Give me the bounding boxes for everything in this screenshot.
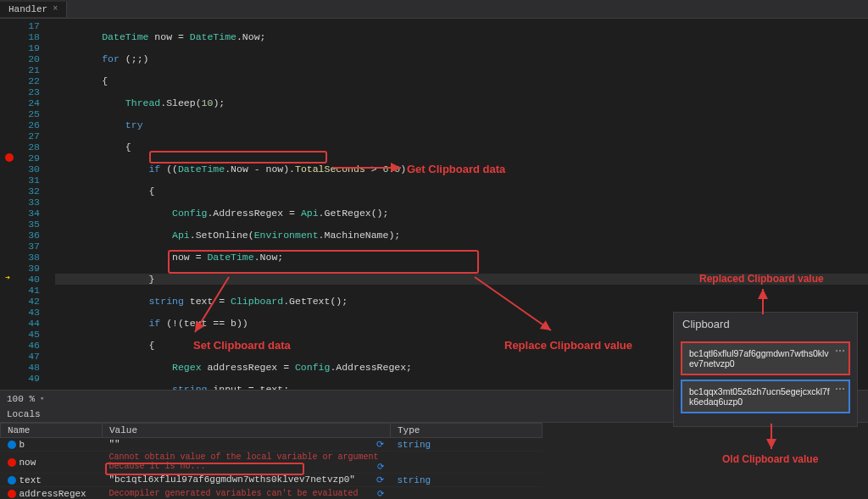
variable-icon xyxy=(8,476,16,485)
variable-type: string xyxy=(391,438,542,452)
refresh-icon[interactable]: ⟳ xyxy=(376,439,384,450)
table-row[interactable]: b""⟳string xyxy=(1,438,542,452)
variable-value: ""⟳ xyxy=(103,438,391,452)
more-icon[interactable]: ⋯ xyxy=(835,345,845,357)
col-type[interactable]: Type xyxy=(391,424,542,438)
line-number: 35 xyxy=(0,219,40,230)
clipboard-panel: Clipboard bc1qtl6xflul97af6ggmdwn7wths0k… xyxy=(673,312,858,427)
close-icon[interactable]: × xyxy=(53,4,58,14)
more-icon[interactable]: ⋯ xyxy=(835,383,845,395)
tab-title: Handler xyxy=(8,4,47,14)
variable-value: Cannot obtain value of the local variabl… xyxy=(103,452,391,474)
line-number: 24 xyxy=(0,97,40,108)
line-number: 34 xyxy=(0,208,40,219)
line-number: 47 xyxy=(0,351,40,362)
line-number: 20 xyxy=(0,53,40,64)
clipboard-entry-old[interactable]: bc1qqx3mt05z6zh7ucn5egejcxckl7fk6edaq6uz… xyxy=(681,380,850,413)
tab-handler[interactable]: Handler × xyxy=(0,2,67,17)
line-number: 21 xyxy=(0,64,40,75)
refresh-icon[interactable]: ⟳ xyxy=(377,489,384,499)
line-number: 27 xyxy=(0,130,40,141)
error-icon xyxy=(8,458,16,467)
line-number: 23 xyxy=(0,86,40,97)
clipboard-title: Clipboard xyxy=(674,313,857,337)
line-number: 38 xyxy=(0,252,40,263)
line-number: 33 xyxy=(0,197,40,208)
clipboard-entry-new[interactable]: bc1qtl6xflul97af6ggmdwn7wths0klvev7netvz… xyxy=(681,341,850,375)
line-number: 42 xyxy=(0,296,40,307)
line-number: 31 xyxy=(0,175,40,186)
line-number: 45 xyxy=(0,329,40,340)
variable-name: addressRegex xyxy=(19,489,86,499)
zoom-level[interactable]: 100 % xyxy=(7,394,35,404)
line-number: 17 xyxy=(0,20,40,31)
line-number: 41 xyxy=(0,285,40,296)
tab-bar: Handler × xyxy=(0,0,868,19)
line-number: 44 xyxy=(0,318,40,329)
col-name[interactable]: Name xyxy=(1,424,103,438)
line-number: 30 xyxy=(0,164,40,175)
variable-value: "bc1qtl6xflul97af6ggmdwn7wths0klvev7netv… xyxy=(103,474,391,487)
line-number: 28 xyxy=(0,141,40,152)
variable-type xyxy=(391,487,542,500)
variable-name: b xyxy=(19,440,25,450)
line-number: 19 xyxy=(0,42,40,53)
table-row[interactable]: text"bc1qtl6xflul97af6ggmdwn7wths0klvev7… xyxy=(1,474,542,487)
refresh-icon[interactable]: ⟳ xyxy=(377,462,384,472)
table-row[interactable]: nowCannot obtain value of the local vari… xyxy=(1,452,542,474)
line-number: 32 xyxy=(0,186,40,197)
line-gutter: 1718192021222324252627282930313233343536… xyxy=(0,19,55,390)
line-number: 43 xyxy=(0,307,40,318)
line-number: 22 xyxy=(0,75,40,86)
line-number: 36 xyxy=(0,230,40,241)
current-line-arrow-icon: ➔ xyxy=(5,273,10,283)
zoom-dropdown-icon[interactable]: ▾ xyxy=(40,394,44,403)
variable-value: Decompiler generated variables can't be … xyxy=(103,487,391,500)
line-number: 37 xyxy=(0,241,40,252)
line-number: 46 xyxy=(0,340,40,351)
line-number: 25 xyxy=(0,108,40,119)
variable-type xyxy=(391,452,542,474)
breakpoint-icon[interactable] xyxy=(5,153,14,162)
line-number: 18 xyxy=(0,31,40,42)
variable-name: text xyxy=(19,475,42,485)
variable-icon xyxy=(8,441,16,449)
line-number: 49 xyxy=(0,373,40,384)
refresh-icon[interactable]: ⟳ xyxy=(376,474,384,485)
locals-table: Name Value Type b""⟳stringnowCannot obta… xyxy=(0,423,542,499)
line-number: 48 xyxy=(0,362,40,373)
col-value[interactable]: Value xyxy=(103,424,391,438)
line-number: 26 xyxy=(0,119,40,130)
table-row[interactable]: addressRegexDecompiler generated variabl… xyxy=(1,487,542,500)
variable-type: string xyxy=(391,474,542,487)
variable-name: now xyxy=(19,457,36,468)
error-icon xyxy=(8,490,16,498)
